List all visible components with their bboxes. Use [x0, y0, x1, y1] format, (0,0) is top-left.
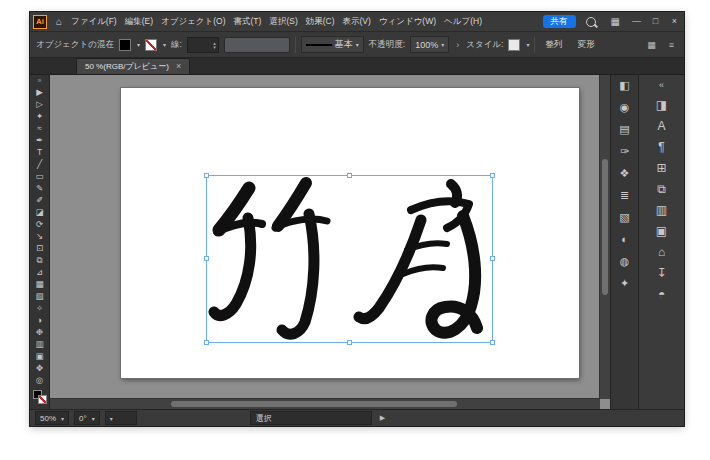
collapse-dock-icon[interactable]: «: [659, 79, 664, 91]
transparency-panel-icon[interactable]: ◐: [621, 233, 628, 246]
gradient-panel-icon[interactable]: ▧: [619, 211, 629, 224]
panel-menu-icon[interactable]: ≡: [665, 40, 678, 50]
app-logo-icon[interactable]: Ai: [33, 15, 47, 29]
menu-item[interactable]: ヘルプ(H): [440, 12, 486, 31]
libraries-panel-icon[interactable]: ⌂: [658, 246, 665, 259]
artboard-nav-dropdown[interactable]: ▾: [105, 411, 137, 425]
stroke-color-swatch[interactable]: [145, 39, 157, 51]
graphic-style-swatch[interactable]: [508, 39, 520, 51]
minimize-button[interactable]: —: [627, 12, 646, 31]
width-profile-dropdown[interactable]: [224, 37, 290, 53]
menu-item[interactable]: 表示(V): [339, 12, 375, 31]
rotate-tool[interactable]: ⟳: [30, 218, 49, 230]
share-button[interactable]: 共有: [543, 15, 576, 28]
stepper-arrows-icon[interactable]: ▴▾: [211, 41, 218, 49]
line-segment-tool[interactable]: ╱: [30, 158, 49, 170]
menu-item[interactable]: オブジェクト(O): [157, 12, 229, 31]
artboard-tool[interactable]: ▣: [30, 350, 49, 362]
blend-tool[interactable]: ◑: [30, 314, 49, 326]
workspace-switcher-icon[interactable]: ▦: [604, 16, 627, 27]
status-next-icon[interactable]: ▶: [377, 414, 388, 422]
transform-button[interactable]: 変形: [572, 38, 599, 52]
selection-handle[interactable]: [204, 173, 209, 178]
eyedropper-tool[interactable]: ✧: [30, 302, 49, 314]
graphic-styles-panel-icon[interactable]: ✦: [620, 277, 629, 290]
close-button[interactable]: ×: [665, 12, 684, 31]
color-panel-icon[interactable]: ◧: [619, 79, 629, 92]
brush-definition-dropdown[interactable]: 基本 ▾: [301, 36, 364, 53]
magic-wand-tool[interactable]: ✦: [30, 110, 49, 122]
menu-item[interactable]: 書式(T): [230, 12, 266, 31]
vertical-scrollbar-thumb[interactable]: [602, 159, 608, 295]
menu-item[interactable]: ウィンドウ(W): [375, 12, 440, 31]
lasso-tool[interactable]: ≈: [30, 122, 49, 134]
menu-item[interactable]: 選択(S): [265, 12, 301, 31]
fill-chevron-icon[interactable]: ▾: [137, 41, 140, 48]
zoom-tool[interactable]: ◎: [30, 374, 49, 386]
tab-close-icon[interactable]: ×: [176, 62, 181, 71]
artboards-panel-icon[interactable]: ▣: [656, 225, 667, 238]
shape-builder-tool[interactable]: ⧉: [30, 254, 49, 266]
menu-item[interactable]: 効果(C): [302, 12, 339, 31]
selection-tool[interactable]: ▶: [30, 86, 49, 98]
menu-item[interactable]: 編集(E): [121, 12, 157, 31]
zoom-level-dropdown[interactable]: 50% ▾: [35, 411, 69, 425]
maximize-button[interactable]: □: [646, 12, 665, 31]
direct-selection-tool[interactable]: ▷: [30, 98, 49, 110]
align-button[interactable]: 整列: [540, 38, 567, 52]
asset-export-panel-icon[interactable]: ↧: [656, 267, 666, 280]
symbols-panel-icon[interactable]: ❖: [620, 167, 630, 180]
stroke-weight-stepper[interactable]: ▴▾: [187, 37, 219, 53]
horizontal-scrollbar[interactable]: [50, 398, 600, 409]
paintbrush-tool[interactable]: ✎: [30, 182, 49, 194]
rectangle-tool[interactable]: ▭: [30, 170, 49, 182]
style-chevron-icon[interactable]: ▾: [526, 41, 529, 48]
stroke-panel-icon[interactable]: ≣: [620, 189, 629, 202]
hand-tool[interactable]: ✥: [30, 362, 49, 374]
selection-handle[interactable]: [490, 173, 495, 178]
color-guide-panel-icon[interactable]: ◉: [620, 101, 630, 114]
mesh-tool[interactable]: ▦: [30, 278, 49, 290]
canvas-pasteboard[interactable]: [50, 75, 610, 409]
artboard[interactable]: [121, 88, 579, 378]
comments-panel-icon[interactable]: ◓: [658, 288, 665, 301]
type-tool[interactable]: T: [30, 146, 49, 158]
selection-handle[interactable]: [490, 340, 495, 345]
stroke-swatch-indicator[interactable]: [38, 395, 47, 404]
fill-color-swatch[interactable]: [119, 39, 131, 51]
selection-handle[interactable]: [204, 340, 209, 345]
gradient-tool[interactable]: ▧: [30, 290, 49, 302]
appearance-panel-icon[interactable]: ◍: [620, 255, 630, 268]
character-panel-icon[interactable]: A: [657, 120, 665, 133]
swatches-panel-icon[interactable]: ▤: [619, 123, 629, 136]
home-icon[interactable]: ⌂: [51, 16, 67, 27]
stroke-chevron-icon[interactable]: ▾: [163, 41, 166, 48]
selection-handle[interactable]: [347, 340, 352, 345]
pencil-tool[interactable]: ✐: [30, 194, 49, 206]
opacity-dropdown[interactable]: 100% ▾: [410, 36, 449, 53]
chevron-right-icon[interactable]: ›: [454, 40, 461, 50]
menu-item[interactable]: ファイル(F): [67, 12, 121, 31]
selection-bounding-box[interactable]: [206, 175, 493, 343]
toolbar-expand-icon[interactable]: »: [38, 76, 42, 86]
search-icon[interactable]: [586, 17, 596, 27]
pen-tool[interactable]: ✒: [30, 134, 49, 146]
vertical-scrollbar[interactable]: [599, 75, 610, 399]
layers-panel-icon[interactable]: ▥: [656, 204, 667, 217]
free-transform-tool[interactable]: ⊡: [30, 242, 49, 254]
align-panel-icon[interactable]: ⊞: [656, 162, 666, 175]
symbol-sprayer-tool[interactable]: ❉: [30, 326, 49, 338]
eraser-tool[interactable]: ◪: [30, 206, 49, 218]
document-tab[interactable]: 50 %(RGB/プレビュー) ×: [76, 58, 190, 74]
rotation-dropdown[interactable]: 0° ▾: [74, 411, 100, 425]
isolate-grid-icon[interactable]: ▦: [643, 40, 660, 50]
pathfinder-panel-icon[interactable]: ⧉: [657, 183, 666, 196]
selection-handle[interactable]: [347, 173, 352, 178]
paragraph-panel-icon[interactable]: ¶: [658, 141, 664, 154]
fill-stroke-indicator[interactable]: [33, 390, 47, 404]
column-graph-tool[interactable]: ▥: [30, 338, 49, 350]
horizontal-scrollbar-thumb[interactable]: [171, 401, 457, 407]
scale-tool[interactable]: ↘: [30, 230, 49, 242]
selection-handle[interactable]: [204, 256, 209, 261]
properties-panel-icon[interactable]: ◨: [656, 99, 667, 112]
